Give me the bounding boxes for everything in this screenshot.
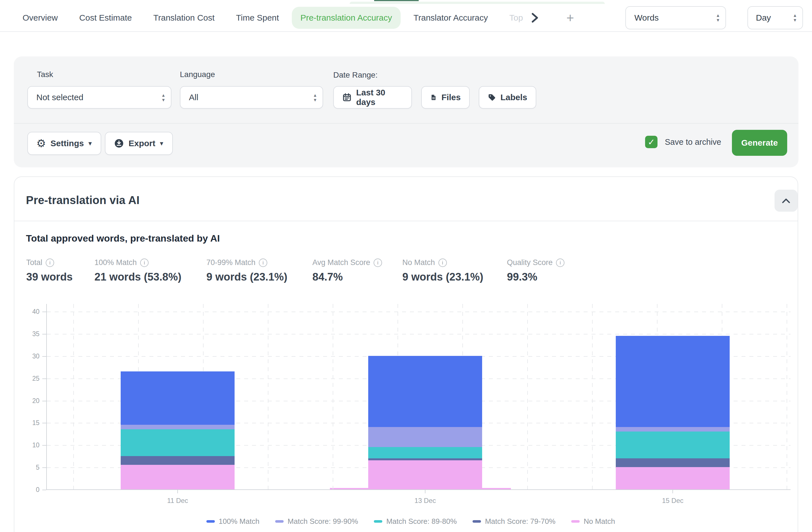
stat-value: 9 words (23.1%) xyxy=(206,271,313,283)
stat-avg-match-score: Avg Match Scorei84.7% xyxy=(313,258,402,283)
y-axis-label: 20 xyxy=(24,397,40,405)
bar-segment-match-score-89-80[interactable] xyxy=(368,447,482,458)
bar-13-dec[interactable] xyxy=(368,356,482,489)
date-range-label: Date Range: xyxy=(333,71,378,80)
collapse-section-button[interactable] xyxy=(774,190,798,212)
bar-segment-match-score-79-70[interactable] xyxy=(368,458,482,461)
legend-label: Match Score: 79-70% xyxy=(485,517,555,526)
y-axis-tick xyxy=(42,445,46,446)
bar-segment-match-score-99-90[interactable] xyxy=(616,427,730,432)
legend-swatch-icon xyxy=(206,520,215,523)
legend-label: No Match xyxy=(584,517,615,526)
task-select-value: Not selected xyxy=(37,93,84,102)
export-button-label: Export xyxy=(129,139,155,148)
bar-segment-match-score-99-90[interactable] xyxy=(121,425,235,429)
period-select-value: Day xyxy=(756,13,771,23)
stat-label-text: 70-99% Match xyxy=(206,258,256,267)
tab-time-spent[interactable]: Time Spent xyxy=(236,13,279,23)
legend-swatch-icon xyxy=(473,520,481,523)
date-range-button[interactable]: Last 30 days xyxy=(333,86,412,109)
bar-segment-100-match[interactable] xyxy=(368,356,482,427)
info-icon[interactable]: i xyxy=(46,258,54,267)
files-filter-button[interactable]: Files xyxy=(421,86,470,109)
task-select[interactable]: Not selected xyxy=(27,86,171,109)
bar-segment-no-match[interactable] xyxy=(616,467,730,489)
info-icon[interactable]: i xyxy=(438,258,447,267)
add-report-button[interactable]: + xyxy=(566,10,574,25)
card-title: Pre-translation via AI xyxy=(26,194,140,207)
report-card: Pre-translation via AI Total approved wo… xyxy=(14,177,798,532)
files-filter-label: Files xyxy=(441,93,461,102)
tab-overview[interactable]: Overview xyxy=(23,13,58,23)
x-axis-label: 15 Dec xyxy=(650,497,695,505)
select-arrows-icon xyxy=(717,13,719,23)
legend-item-match-score-99-90[interactable]: Match Score: 99-90% xyxy=(275,517,358,526)
stat-value: 84.7% xyxy=(313,271,402,283)
chevron-up-icon xyxy=(782,198,790,203)
bar-segment-100-match[interactable] xyxy=(121,372,235,425)
bar-segment-match-score-79-70[interactable] xyxy=(121,456,235,465)
legend-item-match-score-89-80[interactable]: Match Score: 89-80% xyxy=(374,517,457,526)
labels-filter-button[interactable]: Labels xyxy=(479,86,536,109)
tab-translation-cost[interactable]: Translation Cost xyxy=(154,13,215,23)
period-select[interactable]: Day xyxy=(748,6,803,29)
stat-label: Totali xyxy=(26,258,95,267)
tab-overflow[interactable]: Top xyxy=(509,13,523,23)
gear-icon: ⚙ xyxy=(37,138,46,149)
bar-segment-no-match[interactable] xyxy=(121,465,235,489)
bar-segment-match-score-79-70[interactable] xyxy=(616,458,730,467)
panel-divider xyxy=(14,123,798,124)
unit-select-value: Words xyxy=(634,13,658,23)
info-icon[interactable]: i xyxy=(140,258,149,267)
bar-15-dec[interactable] xyxy=(616,336,730,489)
v-gridline xyxy=(592,304,593,490)
tab-translator-accuracy[interactable]: Translator Accuracy xyxy=(414,13,488,23)
chart-legend: 100% MatchMatch Score: 99-90%Match Score… xyxy=(46,517,775,526)
bar-11-dec[interactable] xyxy=(121,372,235,489)
bar-segment-match-score-89-80[interactable] xyxy=(121,429,235,456)
x-axis-line xyxy=(46,489,791,490)
x-axis-label: 11 Dec xyxy=(155,497,200,505)
unit-select[interactable]: Words xyxy=(625,6,726,29)
tab-pre-translation-accuracy[interactable]: Pre-translation Accuracy xyxy=(292,7,400,29)
legend-item-no-match[interactable]: No Match xyxy=(571,517,615,526)
settings-button[interactable]: ⚙ Settings ▾ xyxy=(27,132,101,155)
y-axis-tick xyxy=(42,334,46,334)
stat-label-text: Avg Match Score xyxy=(313,258,370,267)
generate-button[interactable]: Generate xyxy=(732,130,787,156)
v-gridline xyxy=(527,304,528,490)
y-axis-tick xyxy=(42,311,46,312)
info-icon[interactable]: i xyxy=(259,258,267,267)
tab-scroll-right-button[interactable] xyxy=(532,13,538,23)
export-button[interactable]: Export ▾ xyxy=(105,132,173,155)
stat-value: 39 words xyxy=(26,271,95,283)
legend-label: Match Score: 99-90% xyxy=(288,517,358,526)
stat-label: Quality Scorei xyxy=(507,258,564,267)
stat-label-text: No Match xyxy=(402,258,435,267)
legend-swatch-icon xyxy=(374,520,382,523)
y-axis-label: 15 xyxy=(24,419,40,427)
info-icon[interactable]: i xyxy=(556,258,564,267)
bar-segment-no-match[interactable] xyxy=(368,460,482,489)
tab-cost-estimate[interactable]: Cost Estimate xyxy=(79,13,132,23)
h-gridline xyxy=(47,311,791,312)
checkbox-checked-icon[interactable] xyxy=(645,136,657,148)
y-axis-tick xyxy=(42,401,46,401)
info-icon[interactable]: i xyxy=(374,258,382,267)
filter-panel: Task Not selected Language All Date Rang… xyxy=(14,56,798,167)
legend-swatch-icon xyxy=(571,520,580,523)
legend-item-100-match[interactable]: 100% Match xyxy=(206,517,260,526)
bar-segment-match-score-89-80[interactable] xyxy=(616,432,730,458)
bar-segment-100-match[interactable] xyxy=(616,336,730,427)
language-select-value: All xyxy=(189,93,198,102)
y-axis-tick xyxy=(42,423,46,423)
v-gridline xyxy=(787,304,787,490)
chevron-right-icon xyxy=(532,13,538,23)
language-select[interactable]: All xyxy=(180,86,323,109)
stat-label: 100% Matchi xyxy=(95,258,206,267)
bar-segment-match-score-99-90[interactable] xyxy=(368,427,482,447)
legend-item-match-score-79-70[interactable]: Match Score: 79-70% xyxy=(473,517,555,526)
stat-no-match: No Matchi9 words (23.1%) xyxy=(402,258,507,283)
save-to-archive-toggle[interactable]: Save to archive xyxy=(645,136,721,148)
y-axis-line xyxy=(46,304,47,490)
